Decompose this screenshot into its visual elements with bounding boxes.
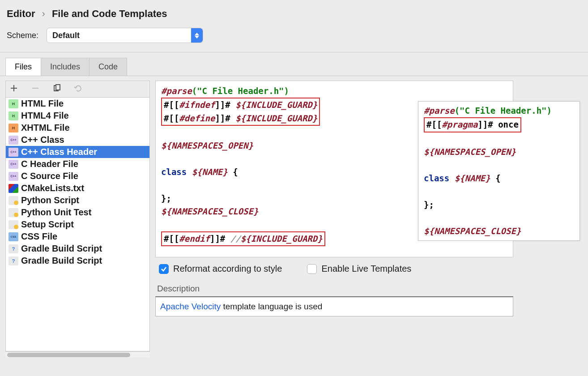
code-token: ]]# bbox=[215, 113, 235, 123]
file-type-icon bbox=[9, 99, 18, 108]
file-item-label: C Header File bbox=[21, 159, 78, 169]
file-type-icon bbox=[9, 148, 18, 157]
code-token: }; bbox=[161, 193, 171, 203]
file-item-label: CMakeLists.txt bbox=[21, 183, 84, 193]
code-token: #endif bbox=[179, 234, 210, 244]
file-type-icon bbox=[9, 220, 18, 229]
undo-icon[interactable] bbox=[74, 84, 83, 93]
code-token: { bbox=[228, 167, 238, 177]
file-toolbar bbox=[5, 81, 150, 98]
scheme-select[interactable]: Default bbox=[47, 28, 203, 43]
file-item[interactable]: C Header File bbox=[6, 158, 149, 170]
file-type-icon bbox=[9, 208, 18, 217]
file-item-label: XHTML File bbox=[21, 123, 70, 133]
code-token: ${NAMESPACES_OPEN} bbox=[161, 141, 253, 150]
file-type-icon bbox=[9, 172, 18, 181]
horizontal-scrollbar[interactable] bbox=[5, 351, 150, 358]
code-token: class bbox=[161, 167, 192, 177]
reformat-checkbox[interactable]: Reformat according to style bbox=[159, 264, 282, 274]
code-token: ${NAMESPACES_CLOSE} bbox=[161, 206, 258, 216]
file-item[interactable]: HTML File bbox=[6, 98, 149, 110]
file-item[interactable]: C++ Class bbox=[6, 134, 149, 146]
scheme-value: Default bbox=[47, 29, 191, 42]
scheme-row: Scheme: Default bbox=[0, 24, 588, 52]
file-item[interactable]: C Source File bbox=[6, 170, 149, 182]
remove-icon[interactable] bbox=[31, 84, 40, 93]
code-token: ${NAME} bbox=[455, 173, 490, 183]
file-item[interactable]: Gradle Build Script bbox=[6, 243, 149, 255]
live-templates-checkbox[interactable]: Enable Live Templates bbox=[307, 264, 411, 274]
reformat-label: Reformat according to style bbox=[173, 264, 282, 274]
code-token: ("C File Header.h") bbox=[455, 106, 552, 115]
file-item[interactable]: Gradle Build Script bbox=[6, 255, 149, 267]
code-token: ${INCLUDE_GUARD} bbox=[235, 113, 317, 123]
template-preview-overlay: #parse("C File Header.h") #[[#pragma]]# … bbox=[418, 101, 580, 241]
code-token: ("C File Header.h") bbox=[192, 86, 289, 96]
file-item-label: Gradle Build Script bbox=[21, 256, 102, 266]
apache-velocity-link[interactable]: Apache Velocity bbox=[160, 302, 221, 311]
code-token: #[[ bbox=[164, 100, 179, 110]
add-icon[interactable] bbox=[9, 84, 18, 93]
code-token: #ifndef bbox=[179, 100, 215, 110]
main-pane: #parse("C File Header.h") #[[#ifndef]]# … bbox=[155, 76, 588, 362]
highlight-box: #[[#ifndef]]# ${INCLUDE_GUARD} #[[#defin… bbox=[161, 98, 320, 126]
file-type-icon bbox=[9, 184, 18, 193]
file-item[interactable]: CSS File bbox=[6, 231, 149, 243]
sidebar: HTML FileHTML4 FileXHTML FileC++ ClassC+… bbox=[0, 76, 150, 362]
code-token: #pragma bbox=[442, 120, 477, 129]
file-item[interactable]: XHTML File bbox=[6, 122, 149, 134]
code-token: #[[ bbox=[164, 113, 179, 123]
copy-icon[interactable] bbox=[52, 84, 61, 93]
file-item[interactable]: CMakeLists.txt bbox=[6, 182, 149, 194]
code-token: ${INCLUDE_GUARD} bbox=[241, 234, 323, 244]
file-item-label: HTML File bbox=[21, 98, 64, 109]
file-type-icon bbox=[9, 256, 18, 265]
dropdown-arrow-icon bbox=[191, 28, 203, 43]
description-box: Apache Velocity template language is use… bbox=[155, 296, 513, 316]
tabs: Files Includes Code bbox=[0, 52, 588, 76]
file-type-icon bbox=[9, 244, 18, 253]
file-item-label: Setup Script bbox=[21, 219, 74, 230]
file-type-icon bbox=[9, 111, 18, 120]
code-token: ]]# bbox=[210, 234, 230, 244]
file-item-label: Python Unit Test bbox=[21, 207, 91, 218]
file-item[interactable]: HTML4 File bbox=[6, 110, 149, 122]
file-item[interactable]: Python Unit Test bbox=[6, 206, 149, 218]
code-token: // bbox=[230, 234, 241, 244]
file-type-icon bbox=[9, 196, 18, 205]
tab-files[interactable]: Files bbox=[5, 58, 41, 76]
checkbox-unchecked-icon bbox=[307, 264, 317, 274]
file-item[interactable]: Python Script bbox=[6, 194, 149, 206]
options-row: Reformat according to style Enable Live … bbox=[155, 257, 583, 280]
breadcrumb-parent[interactable]: Editor bbox=[7, 8, 35, 20]
scrollbar-thumb[interactable] bbox=[7, 353, 130, 357]
breadcrumb-current: File and Code Templates bbox=[52, 8, 167, 20]
highlight-box: #[[#endif]]# //${INCLUDE_GUARD} bbox=[161, 231, 325, 246]
file-item-label: HTML4 File bbox=[21, 111, 69, 121]
file-type-icon bbox=[9, 232, 18, 241]
code-token: ]]# once bbox=[477, 120, 519, 129]
tab-code[interactable]: Code bbox=[89, 58, 127, 76]
code-token: }; bbox=[424, 200, 434, 209]
code-token: ${INCLUDE_GUARD} bbox=[235, 100, 317, 110]
file-item-label: C Source File bbox=[21, 171, 78, 181]
file-type-icon bbox=[9, 160, 18, 169]
file-item[interactable]: C++ Class Header bbox=[6, 146, 149, 158]
code-token: ${NAMESPACES_OPEN} bbox=[424, 147, 516, 157]
file-list[interactable]: HTML FileHTML4 FileXHTML FileC++ ClassC+… bbox=[5, 98, 150, 351]
chevron-right-icon: › bbox=[42, 8, 45, 20]
description-label: Description bbox=[155, 280, 583, 296]
highlight-box: #[[#pragma]]# once bbox=[424, 117, 521, 132]
code-token: class bbox=[424, 173, 455, 183]
code-token: ${NAMESPACES_CLOSE} bbox=[424, 226, 521, 236]
code-token: #define bbox=[179, 113, 215, 123]
description-text: template language is used bbox=[221, 302, 322, 311]
code-token: ${NAME} bbox=[192, 167, 228, 177]
file-item[interactable]: Setup Script bbox=[6, 218, 149, 231]
live-templates-label: Enable Live Templates bbox=[321, 264, 411, 274]
file-type-icon bbox=[9, 136, 18, 145]
tab-includes[interactable]: Includes bbox=[41, 58, 89, 76]
content-area: HTML FileHTML4 FileXHTML FileC++ ClassC+… bbox=[0, 76, 588, 362]
code-token: #[[ bbox=[426, 120, 442, 129]
file-item-label: CSS File bbox=[21, 231, 57, 242]
